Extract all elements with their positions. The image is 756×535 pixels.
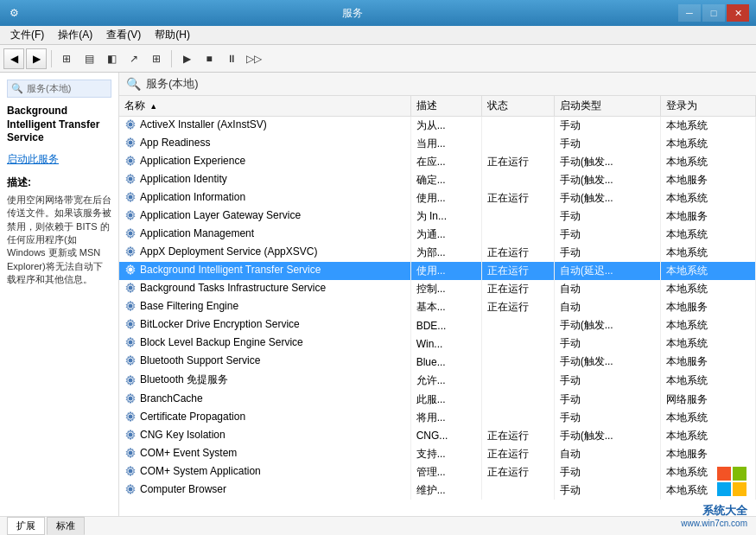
- resume-button[interactable]: ▷▷: [244, 48, 264, 69]
- close-button[interactable]: ✕: [727, 4, 749, 22]
- service-startup-cell: 手动: [554, 117, 661, 136]
- menu-action[interactable]: 操作(A): [51, 26, 99, 44]
- service-desc-cell: 支持...: [410, 445, 481, 463]
- table-row[interactable]: Background Tasks Infrastructure Service控…: [119, 280, 756, 298]
- table-row[interactable]: Base Filtering Engine基本...正在运行自动本地服务: [119, 298, 756, 316]
- menu-file[interactable]: 文件(F): [3, 26, 51, 44]
- play-button[interactable]: ▶: [176, 48, 197, 69]
- table-row[interactable]: BranchCache此服...手动网络服务: [119, 391, 756, 409]
- table-row[interactable]: App Readiness当用...手动本地系统: [119, 135, 756, 153]
- col-startup[interactable]: 启动类型: [554, 96, 661, 117]
- svg-point-20: [129, 487, 133, 491]
- table-header: 名称 ▲ 描述 状态 启动类型 登录为: [119, 96, 756, 117]
- tab-standard[interactable]: 标准: [47, 517, 85, 535]
- services-table[interactable]: 名称 ▲ 描述 状态 启动类型 登录为 ActiveX Installer (A…: [119, 96, 756, 516]
- toolbar-btn-2[interactable]: ▤: [79, 48, 99, 69]
- service-login-cell: 本地系统: [661, 189, 756, 207]
- menu-view[interactable]: 查看(V): [99, 26, 148, 44]
- table-row[interactable]: Application Information使用...正在运行手动(触发...…: [119, 189, 756, 207]
- svg-point-11: [129, 322, 133, 327]
- service-name-text: AppX Deployment Service (AppXSVC): [140, 245, 317, 258]
- service-status-cell: [482, 409, 555, 427]
- service-desc-cell: Blue...: [410, 353, 481, 371]
- svg-point-1: [129, 141, 133, 145]
- service-name-cell: AppX Deployment Service (AppXSVC): [119, 244, 410, 262]
- toolbar-separator-1: [51, 50, 52, 67]
- service-gear-icon: [124, 245, 137, 258]
- service-login-cell: 本地服务: [661, 171, 756, 189]
- table-row[interactable]: Bluetooth 免提服务允许...手动本地系统: [119, 371, 756, 391]
- start-service-link[interactable]: 启动此服务: [7, 152, 111, 167]
- service-name-cell: Application Information: [119, 189, 410, 207]
- service-name-cell: Application Experience: [119, 153, 410, 171]
- table-row[interactable]: Application Identity确定...手动(触发...本地服务: [119, 171, 756, 189]
- table-row[interactable]: Application Management为通...手动本地系统: [119, 226, 756, 244]
- service-startup-cell: 自动: [554, 280, 661, 298]
- service-desc-cell: BDE...: [410, 316, 481, 334]
- table-row[interactable]: AppX Deployment Service (AppXSVC)为部...正在…: [119, 244, 756, 262]
- svg-point-0: [129, 123, 133, 127]
- service-gear-icon: [124, 318, 137, 330]
- service-name-cell: Application Identity: [119, 171, 410, 189]
- main-container: 🔍 服务(本地) Background Intelligent Transfer…: [0, 73, 756, 516]
- service-name-text: COM+ System Application: [140, 465, 261, 477]
- col-desc[interactable]: 描述: [410, 96, 481, 117]
- svg-point-13: [129, 359, 133, 363]
- svg-point-8: [129, 268, 133, 272]
- export-button[interactable]: ↗: [124, 48, 144, 69]
- minimize-button[interactable]: ─: [678, 4, 701, 22]
- stop-button[interactable]: ■: [199, 48, 219, 69]
- table-row[interactable]: Certificate Propagation将用...手动本地系统: [119, 409, 756, 427]
- table-row[interactable]: Background Intelligent Transfer Service使…: [119, 262, 756, 280]
- table-row[interactable]: Bluetooth Support ServiceBlue...手动(触发...…: [119, 353, 756, 371]
- tab-extended[interactable]: 扩展: [7, 517, 45, 535]
- service-startup-cell: 自动: [554, 298, 661, 316]
- service-login-cell: 本地系统: [661, 262, 756, 280]
- description-label: 描述:: [7, 175, 111, 190]
- service-gear-icon: [124, 155, 137, 167]
- service-gear-icon: [124, 483, 137, 495]
- service-gear-icon: [124, 300, 137, 312]
- table-row[interactable]: COM+ Event System支持...正在运行自动本地服务: [119, 445, 756, 463]
- col-status[interactable]: 状态: [482, 96, 555, 117]
- service-name-cell: Base Filtering Engine: [119, 298, 410, 316]
- sidebar-title-text: 服务(本地): [27, 82, 71, 95]
- menu-bar: 文件(F) 操作(A) 查看(V) 帮助(H): [0, 26, 756, 45]
- svg-point-12: [129, 341, 133, 345]
- table-row[interactable]: COM+ System Application管理...正在运行手动本地系统: [119, 463, 756, 481]
- toolbar-btn-3[interactable]: ◧: [101, 48, 122, 69]
- service-login-cell: 本地系统: [661, 334, 756, 353]
- service-login-cell: 本地系统: [661, 226, 756, 244]
- service-status-cell: [482, 117, 555, 136]
- back-button[interactable]: ◀: [3, 48, 24, 69]
- service-startup-cell: 自动(延迟...: [554, 262, 661, 280]
- table-row[interactable]: BitLocker Drive Encryption ServiceBDE...…: [119, 316, 756, 334]
- table-row[interactable]: CNG Key IsolationCNG...正在运行手动(触发...本地系统: [119, 427, 756, 445]
- service-desc-cell: 使用...: [410, 189, 481, 207]
- maximize-button[interactable]: □: [702, 4, 725, 22]
- service-gear-icon: [124, 429, 137, 441]
- service-gear-icon: [124, 374, 137, 386]
- service-status-cell: [482, 371, 555, 391]
- col-login[interactable]: 登录为: [661, 96, 756, 117]
- menu-help[interactable]: 帮助(H): [148, 26, 197, 44]
- show-hide-button[interactable]: ⊞: [56, 48, 77, 69]
- services-list: 名称 ▲ 描述 状态 启动类型 登录为 ActiveX Installer (A…: [119, 96, 756, 500]
- table-row[interactable]: ActiveX Installer (AxInstSV)为从...手动本地系统: [119, 117, 756, 136]
- service-status-cell: 正在运行: [482, 262, 555, 280]
- content-icon: 🔍: [126, 77, 141, 91]
- window-title: 服务: [26, 6, 678, 21]
- service-name-cell: COM+ System Application: [119, 463, 410, 481]
- col-name[interactable]: 名称 ▲: [119, 96, 410, 117]
- table-row[interactable]: Application Experience在应...正在运行手动(触发...本…: [119, 153, 756, 171]
- forward-button[interactable]: ▶: [26, 48, 47, 69]
- table-row[interactable]: Application Layer Gateway Service为 In...…: [119, 207, 756, 226]
- content-title: 服务(本地): [146, 76, 199, 92]
- table-row[interactable]: Block Level Backup Engine ServiceWin...手…: [119, 334, 756, 353]
- service-startup-cell: 手动: [554, 391, 661, 409]
- service-name-cell: Certificate Propagation: [119, 409, 410, 427]
- pause-button[interactable]: ⏸: [221, 48, 242, 69]
- service-startup-cell: 手动: [554, 207, 661, 226]
- properties-button[interactable]: ⊞: [146, 48, 167, 69]
- table-row[interactable]: Computer Browser维护...手动本地系统: [119, 481, 756, 500]
